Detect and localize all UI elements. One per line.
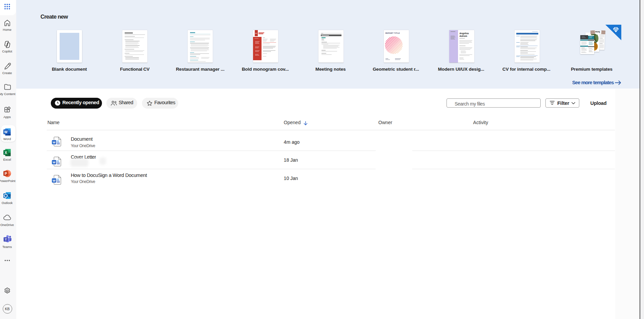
svg-text:W: W bbox=[53, 179, 56, 182]
svg-text:P: P bbox=[5, 172, 7, 176]
svg-text:W: W bbox=[4, 130, 7, 134]
svg-text:T: T bbox=[5, 237, 7, 241]
svg-text:W: W bbox=[53, 161, 56, 164]
svg-text:X: X bbox=[5, 151, 7, 155]
svg-text:W: W bbox=[53, 141, 56, 144]
